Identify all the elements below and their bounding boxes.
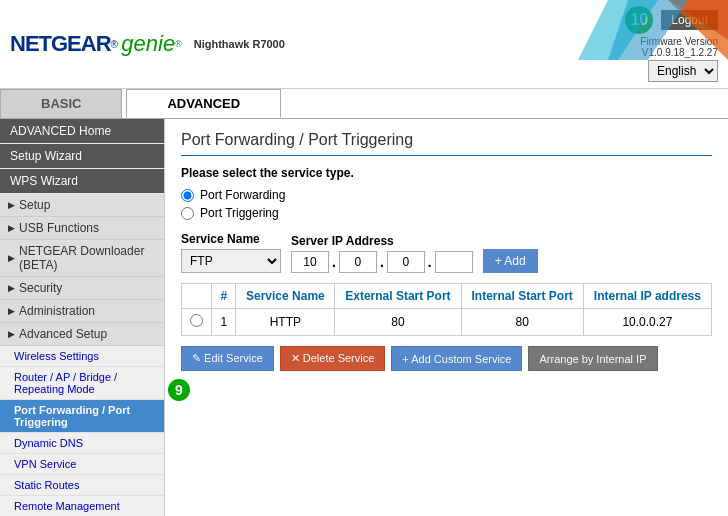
sidebar-subitem-vpn[interactable]: VPN Service	[0, 454, 164, 475]
header: NETGEAR® genie® Nighthawk R7000 10 Logou…	[0, 0, 728, 89]
ip-dot-1: .	[332, 254, 336, 270]
add-button[interactable]: + Add	[483, 249, 538, 273]
server-ip-group: Server IP Address . . .	[291, 234, 473, 273]
sidebar-item-setup[interactable]: ▶ Setup	[0, 194, 164, 217]
ip-dot-2: .	[380, 254, 384, 270]
tab-basic[interactable]: BASIC	[0, 89, 122, 118]
radio-port-forwarding-row: Port Forwarding	[181, 188, 712, 202]
service-name-group: Service Name FTP	[181, 232, 281, 273]
port-forwarding-label: Port Forwarding	[200, 188, 285, 202]
row-radio-cell	[182, 309, 212, 336]
sidebar-subitem-static-routes[interactable]: Static Routes	[0, 475, 164, 496]
server-ip-control: . . .	[291, 251, 473, 273]
ip-octet-4[interactable]	[435, 251, 473, 273]
ip-octet-3[interactable]	[387, 251, 425, 273]
badge-9: 9	[168, 379, 190, 401]
sidebar-item-netgear-downloader[interactable]: ▶ NETGEAR Downloader (BETA)	[0, 240, 164, 277]
row-num: 1	[212, 309, 236, 336]
ip-octet-1[interactable]	[291, 251, 329, 273]
ip-octet-2[interactable]	[339, 251, 377, 273]
sidebar-item-administration[interactable]: ▶ Administration	[0, 300, 164, 323]
language-select[interactable]: English	[648, 60, 718, 82]
sidebar-subitem-dynamic-dns[interactable]: Dynamic DNS	[0, 433, 164, 454]
tab-advanced[interactable]: ADVANCED	[126, 89, 281, 118]
arrow-icon-dl: ▶	[8, 253, 15, 263]
sidebar-subitem-router-ap[interactable]: Router / AP / Bridge /Repeating Mode	[0, 367, 164, 400]
col-service-name: Service Name	[236, 284, 335, 309]
edit-service-button[interactable]: ✎ Edit Service	[181, 346, 274, 371]
sidebar-item-usb-functions[interactable]: ▶ USB Functions	[0, 217, 164, 240]
sidebar-item-setup-wizard[interactable]: Setup Wizard	[0, 144, 164, 168]
row-int-start-port: 80	[461, 309, 583, 336]
arrow-icon-sec: ▶	[8, 283, 15, 293]
action-buttons: ✎ Edit Service ✕ Delete Service + Add Cu…	[181, 346, 712, 371]
sidebar-subitem-remote-mgmt[interactable]: Remote Management	[0, 496, 164, 516]
add-custom-service-button[interactable]: + Add Custom Service	[391, 346, 522, 371]
row-service-name: HTTP	[236, 309, 335, 336]
sidebar-subitem-wireless[interactable]: Wireless Settings	[0, 346, 164, 367]
arrow-icon-adv: ▶	[8, 329, 15, 339]
main-layout: ADVANCED Home Setup Wizard WPS Wizard ▶ …	[0, 119, 728, 516]
arrange-by-ip-button[interactable]: Arrange by Internal IP	[528, 346, 657, 371]
page-title: Port Forwarding / Port Triggering	[181, 131, 712, 156]
logo-area: NETGEAR® genie® Nighthawk R7000	[10, 31, 285, 57]
table-row: 1 HTTP 80 80 10.0.0.27	[182, 309, 712, 336]
arrow-icon-admin: ▶	[8, 306, 15, 316]
radio-group: Port Forwarding Port Triggering	[181, 188, 712, 220]
form-row: Service Name FTP Server IP Address . . .	[181, 232, 712, 273]
service-name-label: Service Name	[181, 232, 281, 246]
sidebar-item-security[interactable]: ▶ Security	[0, 277, 164, 300]
server-ip-label: Server IP Address	[291, 234, 473, 248]
sidebar-item-wps-wizard[interactable]: WPS Wizard	[0, 169, 164, 193]
radio-port-forwarding[interactable]	[181, 189, 194, 202]
sidebar-subitem-port-forwarding[interactable]: Port Forwarding / PortTriggering	[0, 400, 164, 433]
service-name-control: FTP	[181, 249, 281, 273]
service-name-select[interactable]: FTP	[181, 249, 281, 273]
col-num: #	[212, 284, 236, 309]
col-ext-start-port: External Start Port	[335, 284, 461, 309]
col-int-ip: Internal IP address	[583, 284, 711, 309]
ip-dot-3: .	[428, 254, 432, 270]
sidebar: ADVANCED Home Setup Wizard WPS Wizard ▶ …	[0, 119, 165, 516]
col-radio	[182, 284, 212, 309]
arrow-icon: ▶	[8, 200, 15, 210]
col-int-start-port: Internal Start Port	[461, 284, 583, 309]
sidebar-item-advanced-setup[interactable]: ▶ Advanced Setup	[0, 323, 164, 346]
arrow-icon-usb: ▶	[8, 223, 15, 233]
row-int-ip: 10.0.0.27	[583, 309, 711, 336]
service-table: # Service Name External Start Port Inter…	[181, 283, 712, 336]
add-group: + Add	[483, 249, 538, 273]
port-triggering-label: Port Triggering	[200, 206, 279, 220]
delete-service-button[interactable]: ✕ Delete Service	[280, 346, 386, 371]
radio-port-triggering[interactable]	[181, 207, 194, 220]
tabs-bar: BASIC ADVANCED	[0, 89, 728, 119]
row-select-radio[interactable]	[190, 314, 203, 327]
row-ext-start-port: 80	[335, 309, 461, 336]
sidebar-item-advanced-home[interactable]: ADVANCED Home	[0, 119, 164, 143]
service-type-label: Please select the service type.	[181, 166, 712, 180]
radio-port-triggering-row: Port Triggering	[181, 206, 712, 220]
content-area: Port Forwarding / Port Triggering Please…	[165, 119, 728, 516]
